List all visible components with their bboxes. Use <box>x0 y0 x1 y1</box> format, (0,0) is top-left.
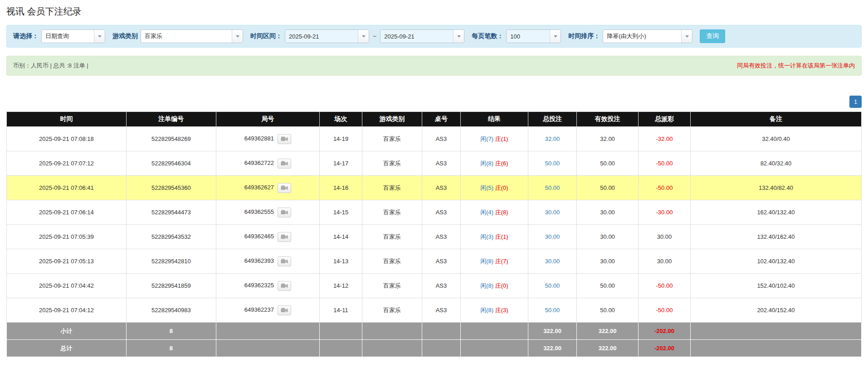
round-id-text: 649362237 <box>244 306 274 313</box>
total-empty <box>690 340 861 357</box>
game-type-label: 游戏类别 <box>112 32 138 40</box>
cell-bet-id: 522829541859 <box>126 274 216 298</box>
cell-payout: -50.00 <box>638 274 690 298</box>
total-empty <box>362 340 422 357</box>
video-replay-button[interactable] <box>278 281 291 291</box>
chevron-down-icon <box>554 35 557 38</box>
chevron-down-icon <box>236 35 239 38</box>
game-type-dropdown-button[interactable] <box>232 30 243 43</box>
cell-total-bet[interactable]: 50.00 <box>528 151 576 176</box>
date-to-combo <box>380 29 464 43</box>
result-player: 闲(7) <box>480 135 493 142</box>
pagination: 1 <box>6 96 862 108</box>
sort-input[interactable] <box>603 30 681 43</box>
cell-table-no: AS3 <box>422 200 461 225</box>
cell-table-no: AS3 <box>422 298 461 323</box>
game-type-combo <box>141 29 243 43</box>
video-replay-button[interactable] <box>278 159 291 169</box>
cell-payout: 30.00 <box>638 249 690 274</box>
cell-bet-id: 522829548269 <box>126 127 216 151</box>
round-id-text: 649362627 <box>244 184 274 191</box>
date-to-dropdown-button[interactable] <box>453 30 464 43</box>
page-size-group: 每页笔数： <box>472 29 561 43</box>
cell-session: 14-16 <box>319 176 362 200</box>
cell-total-bet[interactable]: 50.00 <box>528 298 576 323</box>
cell-bet-id: 522829544473 <box>126 200 216 225</box>
cell-table-no: AS3 <box>422 176 461 200</box>
bet-records-table: 时间 注单编号 局号 场次 游戏类别 桌号 结果 总投注 有效投注 总派彩 备注… <box>6 111 862 357</box>
video-replay-button[interactable] <box>278 232 291 242</box>
subtotal-valid-bet: 322.00 <box>577 323 639 340</box>
cell-round-id: 649362393 <box>216 249 319 274</box>
video-replay-button[interactable] <box>278 256 291 266</box>
date-range-separator: ~ <box>373 33 376 40</box>
cell-time: 2025-09-21 07:07:12 <box>7 151 127 176</box>
cell-valid-bet: 50.00 <box>577 274 639 298</box>
cell-total-bet[interactable]: 30.00 <box>528 249 576 274</box>
cell-remark: 202.40/152.40 <box>690 298 861 323</box>
cell-payout: -50.00 <box>638 298 690 323</box>
page-size-input[interactable] <box>507 30 550 43</box>
result-banker: 庄(3) <box>495 307 508 314</box>
result-banker: 庄(8) <box>495 209 508 216</box>
cell-remark: 102.40/132.40 <box>690 249 861 274</box>
query-type-label: 请选择： <box>13 32 39 40</box>
cell-total-bet[interactable]: 30.00 <box>528 200 576 225</box>
video-replay-button[interactable] <box>278 208 291 217</box>
cell-total-bet[interactable]: 32.00 <box>528 127 576 151</box>
cell-session: 14-13 <box>319 249 362 274</box>
cell-result: 闲(8) 庄(6) <box>460 151 528 176</box>
round-id-text: 649362881 <box>244 135 274 142</box>
video-replay-button[interactable] <box>278 183 291 193</box>
result-player: 闲(8) <box>480 307 493 314</box>
cell-table-no: AS3 <box>422 249 461 274</box>
cell-valid-bet: 50.00 <box>577 298 639 323</box>
sort-dropdown-button[interactable] <box>681 30 692 43</box>
game-type-input[interactable] <box>141 30 232 43</box>
cell-total-bet[interactable]: 30.00 <box>528 225 576 249</box>
cell-result: 闲(7) 庄(1) <box>460 127 528 151</box>
sort-group: 时间排序： <box>568 29 692 43</box>
filter-bar: 请选择： 游戏类别 时间区间： ~ <box>6 25 862 48</box>
cell-remark: 152.40/102.40 <box>690 274 861 298</box>
query-type-input[interactable] <box>42 30 94 43</box>
cell-session: 14-14 <box>319 225 362 249</box>
result-player: 闲(3) <box>480 233 493 240</box>
cell-valid-bet: 50.00 <box>577 151 639 176</box>
total-count: 8 <box>126 340 216 357</box>
page-button-1[interactable]: 1 <box>849 96 862 108</box>
sort-label: 时间排序： <box>568 32 600 40</box>
cell-total-bet[interactable]: 50.00 <box>528 274 576 298</box>
cell-time: 2025-09-21 07:04:12 <box>7 298 127 323</box>
col-header-remark: 备注 <box>690 112 861 127</box>
cell-total-bet[interactable]: 50.00 <box>528 176 576 200</box>
table-row: 2025-09-21 07:05:39 522829543532 6493624… <box>7 225 862 249</box>
query-type-dropdown-button[interactable] <box>94 30 105 43</box>
result-banker: 庄(0) <box>495 282 508 289</box>
video-replay-button[interactable] <box>278 305 291 315</box>
cell-remark: 32.40/0.40 <box>690 127 861 151</box>
cell-game-type: 百家乐 <box>362 249 422 274</box>
cell-game-type: 百家乐 <box>362 298 422 323</box>
date-from-input[interactable] <box>285 30 358 43</box>
cell-session: 14-15 <box>319 200 362 225</box>
cell-bet-id: 522829545360 <box>126 176 216 200</box>
result-player: 闲(8) <box>480 282 493 289</box>
cell-table-no: AS3 <box>422 127 461 151</box>
cell-bet-id: 522829540983 <box>126 298 216 323</box>
date-from-dropdown-button[interactable] <box>358 30 369 43</box>
date-to-input[interactable] <box>380 30 453 43</box>
total-label: 总计 <box>7 340 127 357</box>
cell-round-id: 649362722 <box>216 151 319 176</box>
cell-time: 2025-09-21 07:08:18 <box>7 127 127 151</box>
col-header-table-no: 桌号 <box>422 112 461 127</box>
video-replay-button[interactable] <box>278 134 291 144</box>
cell-time: 2025-09-21 07:04:42 <box>7 274 127 298</box>
cell-valid-bet: 30.00 <box>577 200 639 225</box>
cell-round-id: 649362627 <box>216 176 319 200</box>
camera-icon <box>281 210 288 215</box>
search-button[interactable]: 查询 <box>700 29 725 43</box>
chevron-down-icon <box>685 35 689 38</box>
date-from-combo <box>285 29 369 43</box>
page-size-dropdown-button[interactable] <box>550 30 561 43</box>
